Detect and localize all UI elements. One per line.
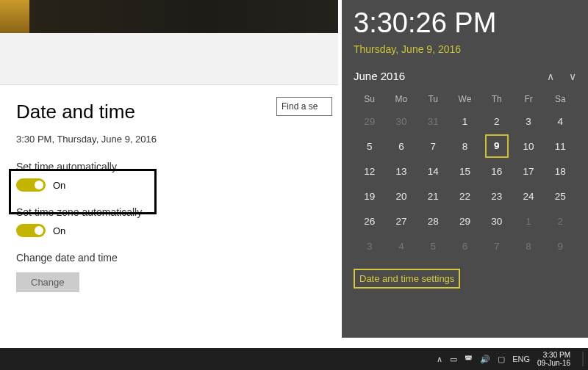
calendar-day-cell[interactable]: 1 [449, 109, 481, 134]
date-time-settings-link[interactable]: Date and time settings [354, 269, 460, 289]
wifi-icon[interactable]: ◚ [465, 355, 473, 364]
calendar-day-cell[interactable]: 7 [417, 134, 449, 159]
set-tz-auto-label: Set time zone automatically [16, 206, 322, 218]
calendar-dow-header: Su [354, 90, 385, 109]
calendar-day-cell[interactable]: 29 [449, 208, 481, 233]
calendar-day-cell[interactable]: 7 [481, 233, 512, 258]
calendar-day-cell[interactable]: 2 [481, 109, 512, 134]
calendar-dow-header: Tu [417, 90, 449, 109]
set-time-auto-block: Set time automatically On [16, 161, 322, 192]
taskbar-clock[interactable]: 3:30 PM 09-Jun-16 [537, 351, 570, 367]
calendar-day-cell[interactable]: 8 [449, 134, 481, 159]
calendar-day-cell[interactable]: 23 [481, 184, 512, 208]
calendar-day-cell[interactable]: 3 [354, 233, 385, 258]
calendar-day-cell[interactable]: 28 [417, 208, 449, 233]
input-language[interactable]: ENG [512, 355, 530, 363]
page-title: Date and time [16, 101, 322, 123]
settings-header-strip: Find a se [0, 33, 338, 85]
calendar-month-label[interactable]: June 2016 [354, 70, 405, 82]
change-button[interactable]: Change [16, 272, 79, 292]
set-tz-auto-state: On [53, 225, 65, 236]
calendar-day-cell[interactable]: 3 [512, 109, 544, 134]
calendar-day-cell[interactable]: 31 [417, 109, 449, 134]
set-tz-auto-block: Set time zone automatically On [16, 206, 322, 237]
calendar-day-cell[interactable]: 5 [417, 233, 449, 258]
calendar-day-cell[interactable]: 24 [512, 184, 544, 208]
calendar-day-cell[interactable]: 25 [545, 184, 576, 208]
calendar-day-cell[interactable]: 9 [545, 233, 576, 258]
calendar-day-cell[interactable]: 26 [354, 208, 385, 233]
calendar-day-cell[interactable]: 5 [354, 134, 385, 159]
set-time-auto-label: Set time automatically [16, 161, 322, 173]
taskbar-time: 3:30 PM [537, 351, 570, 359]
current-datetime-text: 3:30 PM, Thursday, June 9, 2016 [16, 134, 322, 145]
calendar-day-cell[interactable]: 29 [354, 109, 385, 134]
calendar-day-cell[interactable]: 30 [481, 208, 512, 233]
calendar-day-cell[interactable]: 19 [354, 184, 385, 208]
calendar-day-cell[interactable]: 21 [417, 184, 449, 208]
calendar-day-cell[interactable]: 13 [385, 159, 417, 184]
show-desktop-button[interactable] [582, 352, 584, 366]
calendar-next-icon[interactable]: ∨ [569, 70, 576, 82]
calendar-day-cell[interactable]: 14 [417, 159, 449, 184]
calendar-grid: SuMoTuWeThFrSa 2930311234567891011121314… [354, 90, 576, 258]
calendar-prev-icon[interactable]: ∧ [547, 70, 554, 82]
calendar-day-cell[interactable]: 2 [545, 208, 576, 233]
calendar-day-cell[interactable]: 10 [512, 134, 544, 159]
calendar-day-cell[interactable]: 27 [385, 208, 417, 233]
desktop-wallpaper-strip [0, 0, 338, 33]
calendar-dow-header: Mo [385, 90, 417, 109]
battery-icon[interactable]: ▭ [450, 355, 457, 364]
calendar-day-cell[interactable]: 6 [385, 134, 417, 159]
volume-icon[interactable]: 🔊 [480, 355, 490, 364]
calendar-day-cell[interactable]: 1 [512, 208, 544, 233]
calendar-day-cell[interactable]: 20 [385, 184, 417, 208]
set-tz-auto-toggle[interactable] [16, 224, 46, 237]
settings-panel: Date and time 3:30 PM, Thursday, June 9,… [0, 84, 338, 307]
calendar-day-cell[interactable]: 30 [385, 109, 417, 134]
calendar-day-cell[interactable]: 4 [545, 109, 576, 134]
set-time-auto-state: On [53, 180, 65, 191]
action-center-icon[interactable]: ▢ [498, 355, 505, 364]
calendar-day-cell[interactable]: 9 [481, 134, 512, 159]
calendar-day-cell[interactable]: 15 [449, 159, 481, 184]
calendar-dow-header: Fr [512, 90, 544, 109]
calendar-day-cell[interactable]: 4 [385, 233, 417, 258]
calendar-day-cell[interactable]: 11 [545, 134, 576, 159]
flyout-time: 3:30:26 PM [354, 7, 576, 39]
calendar-day-cell[interactable]: 16 [481, 159, 512, 184]
calendar-day-cell[interactable]: 22 [449, 184, 481, 208]
tray-overflow-icon[interactable]: ∧ [437, 355, 442, 364]
set-time-auto-toggle[interactable] [16, 178, 46, 192]
calendar-day-cell[interactable]: 17 [512, 159, 544, 184]
calendar-day-cell[interactable]: 6 [449, 233, 481, 258]
calendar-dow-header: Th [481, 90, 512, 109]
change-dt-block: Change date and time Change [16, 252, 322, 292]
calendar-dow-header: Sa [545, 90, 576, 109]
calendar-day-cell[interactable]: 12 [354, 159, 385, 184]
calendar-dow-header: We [449, 90, 481, 109]
change-dt-label: Change date and time [16, 252, 322, 264]
taskbar[interactable]: ∧ ▭ ◚ 🔊 ▢ ENG 3:30 PM 09-Jun-16 [0, 348, 588, 370]
calendar-day-cell[interactable]: 18 [545, 159, 576, 184]
flyout-date: Thursday, June 9, 2016 [354, 43, 576, 55]
calendar-day-cell[interactable]: 8 [512, 233, 544, 258]
system-tray: ∧ ▭ ◚ 🔊 ▢ ENG 3:30 PM 09-Jun-16 [437, 351, 584, 367]
clock-calendar-flyout: 3:30:26 PM Thursday, June 9, 2016 June 2… [342, 0, 588, 338]
taskbar-date: 09-Jun-16 [537, 359, 570, 367]
